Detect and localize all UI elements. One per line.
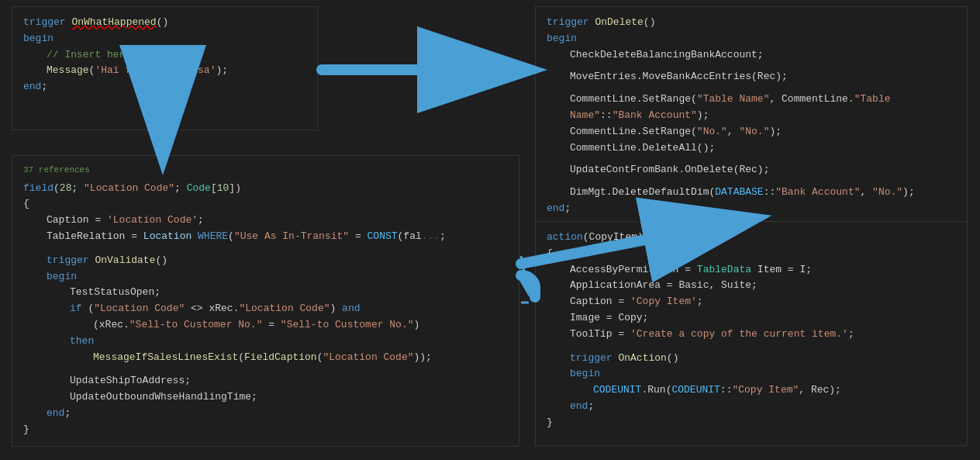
code-line: CommentLine.SetRange("Table Name", Comme… [547, 92, 956, 124]
code-line: (xRec."Sell-to Customer No." = "Sell-to … [23, 317, 508, 334]
code-line: } [23, 422, 508, 438]
code-line: trigger OnDelete() [547, 15, 956, 31]
code-line: end; [23, 79, 306, 95]
code-line: trigger OnAction() [547, 351, 956, 367]
code-line: UpdateShipToAddress; [23, 373, 508, 389]
code-line: if ("Location Code" <> xRec."Location Co… [23, 301, 508, 317]
code-line: ApplicationArea = Basic, Suite; [547, 278, 956, 294]
code-line: } [547, 415, 956, 431]
code-line: Caption = 'Location Code'; [23, 213, 508, 229]
code-line: begin [23, 31, 306, 47]
code-line: CODEUNIT.Run(CODEUNIT::"Copy Item", Rec)… [547, 382, 956, 399]
code-line: CheckDeleteBalancingBankAccount; [547, 47, 956, 64]
top-right-panel: trigger OnDelete() begin CheckDeleteBala… [535, 6, 968, 226]
code-line: action(CopyItem) [547, 230, 956, 246]
code-line: Caption = 'Copy Item'; [547, 294, 956, 310]
code-line: AccessByPermission = TableData Item = I; [547, 262, 956, 278]
code-line: ToolTip = 'Create a copy of the current … [547, 327, 956, 343]
code-line: begin [23, 269, 508, 285]
code-line: begin [547, 31, 956, 47]
ref-count: 37 references [23, 164, 508, 178]
bottom-right-panel: action(CopyItem) { AccessByPermission = … [535, 221, 968, 446]
bottom-main-panel: 37 references field(28; "Location Code";… [12, 155, 519, 447]
code-line: UpdateOutboundWhseHandlingTime; [23, 389, 508, 406]
code-line: { [23, 196, 508, 213]
code-line: TestStatusOpen; [23, 285, 508, 301]
code-line: trigger OnWhatHappened() [23, 15, 306, 31]
code-line: TableRelation = Location WHERE("Use As I… [23, 229, 508, 245]
code-line: begin [547, 366, 956, 382]
code-line: trigger OnValidate() [23, 253, 508, 269]
code-line: end; [23, 406, 508, 422]
code-line: { [547, 246, 956, 262]
code-line: end; [547, 399, 956, 415]
code-line: field(28; "Location Code"; Code[10]) [23, 181, 508, 197]
code-line: Image = Copy; [547, 310, 956, 327]
code-line: UpdateContFromBank.OnDelete(Rec); [547, 162, 956, 178]
svg-line-6 [521, 256, 529, 295]
code-line: CommentLine.SetRange("No.", "No."); [547, 124, 956, 140]
code-line: end; [547, 201, 956, 217]
top-left-panel: trigger OnWhatHappened() begin // Insert… [12, 6, 318, 130]
code-line: Message('Hai fatto qualcosa'); [23, 63, 306, 79]
code-line: MessageIfSalesLinesExist(FieldCaption("L… [23, 350, 508, 366]
code-line: // Insert here your code [23, 47, 306, 64]
code-line: CommentLine.DeleteAll(); [547, 140, 956, 157]
code-line: DimMgt.DeleteDefaultDim(DATABASE::"Bank … [547, 185, 956, 201]
code-line: MoveEntries.MoveBankAccEntries(Rec); [547, 69, 956, 85]
code-line: then [23, 334, 508, 350]
